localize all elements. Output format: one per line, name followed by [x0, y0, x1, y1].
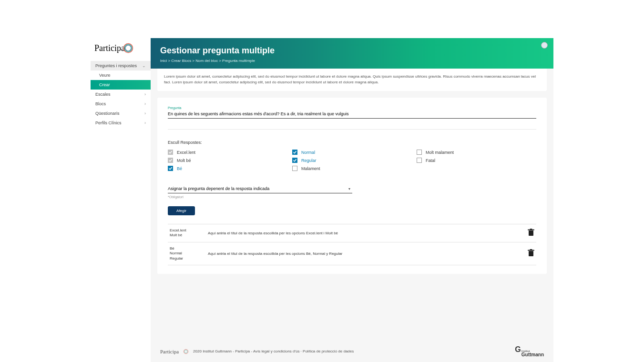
assign-select-wrap: ▼	[168, 184, 352, 193]
assign-select[interactable]	[168, 184, 352, 193]
answer-option[interactable]: Fatal	[417, 158, 536, 163]
dep-answers: BéNormalRegular	[170, 246, 208, 261]
footer-text: 2020 Institut Guttmann - Participa - Aví…	[193, 349, 354, 353]
answer-option[interactable]: Molt malament	[417, 150, 536, 155]
form-card: Pregunta Escull Respostes: Excel.lentNor…	[157, 98, 547, 274]
chevron-down-icon: ⌄	[142, 63, 146, 68]
chevron-right-icon: ›	[144, 92, 146, 97]
checkbox-icon[interactable]	[292, 150, 297, 155]
checkbox-icon[interactable]	[292, 158, 297, 163]
guttmann-logo: G Institut Guttmann	[515, 345, 544, 357]
checkbox-icon[interactable]	[417, 158, 422, 163]
logo: Participa	[91, 42, 151, 54]
nav-veure[interactable]: Veure	[91, 70, 151, 80]
svg-rect-3	[529, 231, 533, 236]
answers-label: Escull Respostes:	[168, 140, 536, 145]
trash-icon[interactable]	[528, 229, 534, 236]
dependency-row: BéNormalRegularAquí aniria el títul de l…	[168, 242, 536, 265]
svg-rect-8	[530, 249, 532, 250]
question-input[interactable]	[168, 111, 536, 119]
checkbox-icon[interactable]	[168, 150, 173, 155]
checkbox-icon[interactable]	[168, 158, 173, 163]
content: Lorem ipsum dolor sit amet, consectetur …	[151, 69, 553, 341]
dependencies-table: Excel.lentMolt béAquí aniria el títul de…	[168, 224, 536, 265]
svg-rect-6	[529, 251, 533, 256]
page-title: Gestionar pregunta multiple	[160, 46, 544, 56]
answer-option[interactable]: Malament	[292, 166, 412, 171]
answer-option[interactable]: Regular	[292, 158, 412, 163]
chevron-right-icon: ›	[144, 111, 146, 116]
logo-swirl-icon	[122, 42, 134, 54]
footer-logo-text: Participa	[160, 349, 179, 354]
nav-questionaris[interactable]: Qüestionaris ›	[91, 109, 151, 118]
answer-option[interactable]: Normal	[292, 150, 412, 155]
svg-rect-5	[530, 229, 532, 230]
logo-text: Participa	[94, 43, 125, 53]
nav-crear[interactable]: Crear	[91, 80, 151, 90]
checkbox-icon[interactable]	[292, 166, 297, 171]
answer-label: Regular	[301, 158, 317, 163]
answer-option[interactable]: Excel.lent	[168, 150, 287, 155]
answer-label: Molt bé	[177, 158, 191, 163]
checkbox-icon[interactable]	[168, 166, 173, 171]
dependency-row: Excel.lentMolt béAquí aniria el títul de…	[168, 224, 536, 242]
page-header: Gestionar pregunta multiple Inici > Crea…	[151, 38, 553, 69]
checkbox-icon[interactable]	[417, 150, 422, 155]
dep-title: Aquí aniria el títul de la resposta esco…	[208, 251, 528, 256]
intro-text: Lorem ipsum dolor sit amet, consectetur …	[157, 68, 547, 91]
footer: Participa 2020 Institut Guttmann - Parti…	[151, 341, 553, 362]
answer-label: Molt malament	[426, 150, 454, 155]
nav-preguntes[interactable]: Preguntes i respostes ⌄	[91, 61, 151, 70]
add-button[interactable]: Afegir	[168, 206, 195, 215]
answer-label: Malament	[301, 166, 320, 171]
dep-title: Aquí aniria el títul de la resposta esco…	[208, 231, 528, 235]
divider	[168, 129, 536, 130]
answers-grid: Excel.lentNormalMolt malamentMolt béRegu…	[168, 150, 536, 171]
nav-perfils[interactable]: Perfils Clínics ›	[91, 118, 151, 128]
chevron-right-icon: ›	[144, 121, 146, 125]
globe-icon[interactable]	[541, 42, 548, 49]
nav-escales[interactable]: Escales ›	[91, 90, 151, 99]
answer-label: Bé	[177, 166, 182, 171]
svg-point-2	[125, 45, 131, 51]
answer-label: Excel.lent	[177, 150, 195, 155]
answer-option[interactable]: Molt bé	[168, 158, 287, 163]
question-label: Pregunta	[168, 106, 536, 110]
answer-option[interactable]: Bé	[168, 166, 287, 171]
trash-icon[interactable]	[528, 249, 534, 257]
helper-text: *Obligatori	[168, 195, 536, 199]
main: Gestionar pregunta multiple Inici > Crea…	[151, 38, 553, 362]
dep-answers: Excel.lentMolt bé	[170, 228, 208, 238]
logo-swirl-icon	[183, 348, 189, 355]
answer-label: Normal	[301, 150, 315, 155]
answer-label: Fatal	[426, 158, 435, 163]
svg-point-10	[184, 350, 188, 353]
sidebar: Participa Preguntes i respostes ⌄ Veure …	[91, 38, 151, 362]
breadcrumb: Inici > Crear Blocs > Nom del bloc > Pre…	[160, 59, 544, 63]
chevron-right-icon: ›	[144, 101, 146, 106]
nav-blocs[interactable]: Blocs ›	[91, 99, 151, 109]
